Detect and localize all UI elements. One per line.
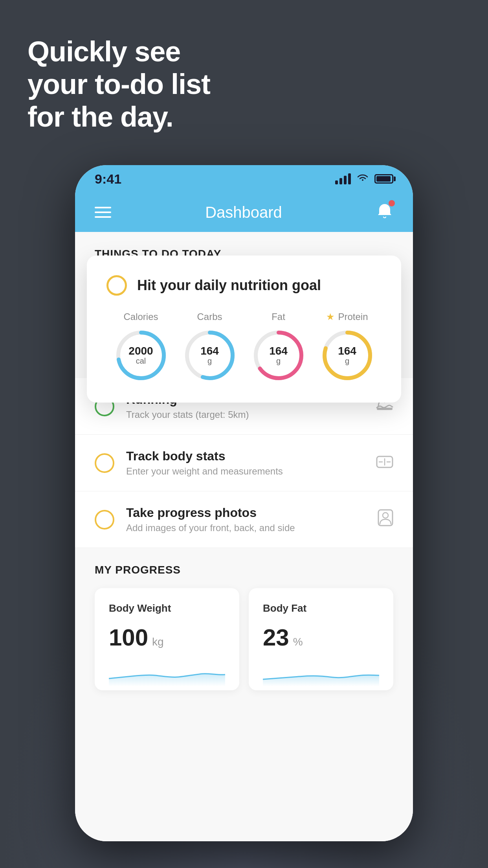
protein-label: Protein <box>338 311 368 322</box>
calories-label: Calories <box>123 311 158 322</box>
content-area: THINGS TO DO TODAY Hit your daily nutrit… <box>75 232 413 841</box>
body-fat-card[interactable]: Body Fat 23 % <box>249 588 393 690</box>
hero-text: Quickly see your to-do list for the day. <box>28 35 210 133</box>
body-fat-value-row: 23 % <box>263 624 379 651</box>
todo-list: Running Track your stats (target: 5km) T… <box>75 378 413 548</box>
notification-button[interactable] <box>376 202 393 223</box>
body-weight-card[interactable]: Body Weight 100 kg <box>95 588 239 690</box>
todo-item-body-stats[interactable]: Track body stats Enter your weight and m… <box>75 435 413 491</box>
progress-cards: Body Weight 100 kg <box>95 588 393 690</box>
calories-value: 2000 <box>128 346 153 357</box>
body-weight-card-title: Body Weight <box>109 602 225 614</box>
menu-button[interactable] <box>95 207 111 218</box>
svg-point-11 <box>383 513 388 518</box>
phone-mockup: 9:41 Da <box>75 165 413 841</box>
nutrition-card: Hit your daily nutrition goal Calories 2… <box>87 256 401 403</box>
body-stats-title: Track body stats <box>126 449 364 463</box>
signal-bars-icon <box>335 173 351 184</box>
body-weight-value: 100 <box>109 624 148 651</box>
battery-icon <box>374 174 393 184</box>
fat-unit: g <box>276 357 281 365</box>
body-stats-check-circle <box>95 453 114 473</box>
photos-subtitle: Add images of your front, back, and side <box>126 522 366 533</box>
notification-badge <box>389 200 395 206</box>
nutrition-protein: ★ Protein 164 g <box>320 311 375 383</box>
body-weight-chart <box>109 659 225 686</box>
nutrition-fat: Fat 164 g <box>251 311 306 383</box>
protein-circle: 164 g <box>320 328 375 383</box>
nutrition-carbs: Carbs 164 g <box>182 311 237 383</box>
nav-title: Dashboard <box>205 204 282 221</box>
body-fat-card-title: Body Fat <box>263 602 379 614</box>
svg-rect-8 <box>377 408 393 410</box>
nutrition-check-circle[interactable] <box>106 275 127 296</box>
nutrition-row: Calories 2000 cal Carbs <box>106 311 382 383</box>
body-weight-unit: kg <box>152 636 164 648</box>
status-time: 9:41 <box>95 171 121 187</box>
carbs-value: 164 <box>200 346 219 357</box>
photos-text-group: Take progress photos Add images of your … <box>126 506 366 533</box>
calories-circle: 2000 cal <box>114 328 169 383</box>
progress-title: MY PROGRESS <box>95 564 393 576</box>
nav-bar: Dashboard <box>75 193 413 232</box>
body-fat-unit: % <box>293 636 303 648</box>
status-bar: 9:41 <box>75 165 413 193</box>
fat-label: Fat <box>272 311 285 322</box>
nutrition-calories: Calories 2000 cal <box>114 311 169 383</box>
fat-circle: 164 g <box>251 328 306 383</box>
photos-title: Take progress photos <box>126 506 366 520</box>
protein-unit: g <box>345 357 349 365</box>
todo-item-photos[interactable]: Take progress photos Add images of your … <box>75 491 413 548</box>
running-subtitle: Track your stats (target: 5km) <box>126 409 364 420</box>
carbs-circle: 164 g <box>182 328 237 383</box>
body-fat-chart <box>263 659 379 686</box>
fat-value: 164 <box>269 346 288 357</box>
body-stats-text-group: Track body stats Enter your weight and m… <box>126 449 364 477</box>
protein-star-icon: ★ <box>326 311 335 322</box>
photos-check-circle <box>95 510 114 530</box>
calories-unit: cal <box>136 357 146 365</box>
carbs-label: Carbs <box>197 311 222 322</box>
wifi-icon <box>356 173 369 185</box>
protein-value: 164 <box>338 346 356 357</box>
scale-icon <box>376 453 393 473</box>
progress-section: MY PROGRESS Body Weight 100 kg <box>75 564 413 690</box>
carbs-unit: g <box>207 357 212 365</box>
nutrition-card-title: Hit your daily nutrition goal <box>137 277 321 294</box>
body-fat-value: 23 <box>263 624 289 651</box>
body-stats-subtitle: Enter your weight and measurements <box>126 466 364 477</box>
body-weight-value-row: 100 kg <box>109 624 225 651</box>
status-icons <box>335 173 393 185</box>
person-icon <box>378 509 393 530</box>
